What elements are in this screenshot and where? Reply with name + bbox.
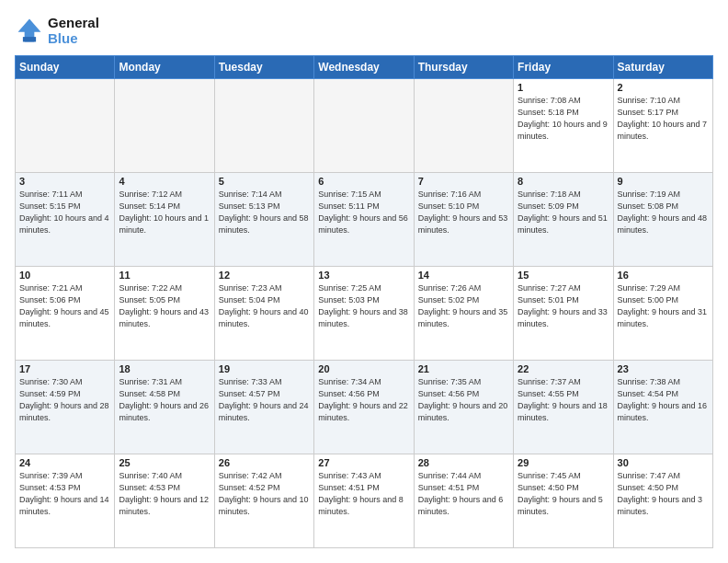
calendar-cell: 29Sunrise: 7:45 AM Sunset: 4:50 PM Dayli… bbox=[514, 454, 613, 548]
calendar-cell: 25Sunrise: 7:40 AM Sunset: 4:53 PM Dayli… bbox=[115, 454, 214, 548]
calendar-cell bbox=[214, 79, 313, 173]
day-number: 9 bbox=[618, 176, 709, 187]
calendar-header-row: SundayMondayTuesdayWednesdayThursdayFrid… bbox=[16, 56, 713, 79]
day-number: 1 bbox=[518, 82, 609, 93]
day-number: 19 bbox=[219, 363, 310, 374]
day-info: Sunrise: 7:29 AM Sunset: 5:00 PM Dayligh… bbox=[618, 282, 709, 330]
calendar-cell bbox=[414, 79, 513, 173]
day-info: Sunrise: 7:38 AM Sunset: 4:54 PM Dayligh… bbox=[618, 376, 709, 424]
weekday-header: Friday bbox=[514, 56, 613, 79]
logo-icon bbox=[15, 16, 44, 45]
calendar-cell: 10Sunrise: 7:21 AM Sunset: 5:06 PM Dayli… bbox=[16, 267, 115, 361]
calendar-week-row: 1Sunrise: 7:08 AM Sunset: 5:18 PM Daylig… bbox=[16, 79, 713, 173]
day-number: 27 bbox=[318, 457, 409, 468]
calendar-cell: 3Sunrise: 7:11 AM Sunset: 5:15 PM Daylig… bbox=[16, 173, 115, 267]
calendar-cell: 23Sunrise: 7:38 AM Sunset: 4:54 PM Dayli… bbox=[613, 361, 712, 454]
weekday-header: Wednesday bbox=[314, 56, 414, 79]
day-info: Sunrise: 7:25 AM Sunset: 5:03 PM Dayligh… bbox=[318, 282, 409, 330]
calendar-cell bbox=[16, 79, 115, 173]
day-info: Sunrise: 7:21 AM Sunset: 5:06 PM Dayligh… bbox=[19, 282, 110, 330]
day-info: Sunrise: 7:45 AM Sunset: 4:50 PM Dayligh… bbox=[518, 470, 609, 518]
day-info: Sunrise: 7:11 AM Sunset: 5:15 PM Dayligh… bbox=[19, 189, 110, 236]
day-number: 3 bbox=[19, 176, 110, 187]
calendar-cell: 28Sunrise: 7:44 AM Sunset: 4:51 PM Dayli… bbox=[414, 454, 513, 548]
calendar-cell: 26Sunrise: 7:42 AM Sunset: 4:52 PM Dayli… bbox=[214, 454, 313, 548]
svg-rect-1 bbox=[23, 37, 36, 41]
day-number: 23 bbox=[618, 363, 709, 374]
day-number: 29 bbox=[518, 457, 609, 468]
day-number: 6 bbox=[318, 176, 409, 187]
weekday-header: Sunday bbox=[16, 56, 115, 79]
day-info: Sunrise: 7:16 AM Sunset: 5:10 PM Dayligh… bbox=[418, 189, 509, 236]
logo: General Blue bbox=[15, 15, 99, 46]
calendar-cell: 20Sunrise: 7:34 AM Sunset: 4:56 PM Dayli… bbox=[314, 361, 414, 454]
day-number: 24 bbox=[19, 457, 110, 468]
calendar-cell: 21Sunrise: 7:35 AM Sunset: 4:56 PM Dayli… bbox=[414, 361, 513, 454]
day-number: 13 bbox=[318, 270, 409, 281]
day-info: Sunrise: 7:34 AM Sunset: 4:56 PM Dayligh… bbox=[318, 376, 409, 424]
day-info: Sunrise: 7:15 AM Sunset: 5:11 PM Dayligh… bbox=[318, 189, 409, 236]
day-number: 8 bbox=[518, 176, 609, 187]
day-info: Sunrise: 7:26 AM Sunset: 5:02 PM Dayligh… bbox=[418, 282, 509, 330]
calendar-week-row: 10Sunrise: 7:21 AM Sunset: 5:06 PM Dayli… bbox=[16, 267, 713, 361]
calendar-cell: 15Sunrise: 7:27 AM Sunset: 5:01 PM Dayli… bbox=[514, 267, 613, 361]
calendar-cell: 2Sunrise: 7:10 AM Sunset: 5:17 PM Daylig… bbox=[613, 79, 712, 173]
day-number: 12 bbox=[219, 270, 310, 281]
calendar-cell: 24Sunrise: 7:39 AM Sunset: 4:53 PM Dayli… bbox=[16, 454, 115, 548]
day-info: Sunrise: 7:43 AM Sunset: 4:51 PM Dayligh… bbox=[318, 470, 409, 518]
logo-text: General Blue bbox=[48, 15, 99, 46]
day-info: Sunrise: 7:27 AM Sunset: 5:01 PM Dayligh… bbox=[518, 282, 609, 330]
calendar-cell: 22Sunrise: 7:37 AM Sunset: 4:55 PM Dayli… bbox=[514, 361, 613, 454]
day-number: 10 bbox=[19, 270, 110, 281]
calendar-cell bbox=[115, 79, 214, 173]
day-number: 17 bbox=[19, 363, 110, 374]
day-info: Sunrise: 7:31 AM Sunset: 4:58 PM Dayligh… bbox=[119, 376, 210, 424]
calendar-cell: 7Sunrise: 7:16 AM Sunset: 5:10 PM Daylig… bbox=[414, 173, 513, 267]
day-info: Sunrise: 7:12 AM Sunset: 5:14 PM Dayligh… bbox=[119, 189, 210, 236]
page: General Blue SundayMondayTuesdayWednesda… bbox=[0, 0, 728, 563]
calendar-cell: 12Sunrise: 7:23 AM Sunset: 5:04 PM Dayli… bbox=[214, 267, 313, 361]
day-number: 30 bbox=[618, 457, 709, 468]
calendar-cell: 6Sunrise: 7:15 AM Sunset: 5:11 PM Daylig… bbox=[314, 173, 414, 267]
day-info: Sunrise: 7:08 AM Sunset: 5:18 PM Dayligh… bbox=[518, 95, 609, 143]
calendar-cell: 11Sunrise: 7:22 AM Sunset: 5:05 PM Dayli… bbox=[115, 267, 214, 361]
calendar-week-row: 3Sunrise: 7:11 AM Sunset: 5:15 PM Daylig… bbox=[16, 173, 713, 267]
day-info: Sunrise: 7:35 AM Sunset: 4:56 PM Dayligh… bbox=[418, 376, 509, 424]
day-number: 2 bbox=[618, 82, 709, 93]
calendar-cell: 18Sunrise: 7:31 AM Sunset: 4:58 PM Dayli… bbox=[115, 361, 214, 454]
day-info: Sunrise: 7:47 AM Sunset: 4:50 PM Dayligh… bbox=[618, 470, 709, 518]
day-number: 25 bbox=[119, 457, 210, 468]
day-number: 26 bbox=[219, 457, 310, 468]
weekday-header: Saturday bbox=[613, 56, 712, 79]
day-info: Sunrise: 7:14 AM Sunset: 5:13 PM Dayligh… bbox=[219, 189, 310, 236]
day-info: Sunrise: 7:22 AM Sunset: 5:05 PM Dayligh… bbox=[119, 282, 210, 330]
day-info: Sunrise: 7:40 AM Sunset: 4:53 PM Dayligh… bbox=[119, 470, 210, 518]
calendar-week-row: 17Sunrise: 7:30 AM Sunset: 4:59 PM Dayli… bbox=[16, 361, 713, 454]
day-info: Sunrise: 7:33 AM Sunset: 4:57 PM Dayligh… bbox=[219, 376, 310, 424]
day-info: Sunrise: 7:10 AM Sunset: 5:17 PM Dayligh… bbox=[618, 95, 709, 143]
day-info: Sunrise: 7:39 AM Sunset: 4:53 PM Dayligh… bbox=[19, 470, 110, 518]
calendar-cell: 4Sunrise: 7:12 AM Sunset: 5:14 PM Daylig… bbox=[115, 173, 214, 267]
weekday-header: Thursday bbox=[414, 56, 513, 79]
calendar-cell: 27Sunrise: 7:43 AM Sunset: 4:51 PM Dayli… bbox=[314, 454, 414, 548]
day-number: 20 bbox=[318, 363, 409, 374]
day-info: Sunrise: 7:30 AM Sunset: 4:59 PM Dayligh… bbox=[19, 376, 110, 424]
calendar-cell: 1Sunrise: 7:08 AM Sunset: 5:18 PM Daylig… bbox=[514, 79, 613, 173]
calendar-cell: 30Sunrise: 7:47 AM Sunset: 4:50 PM Dayli… bbox=[613, 454, 712, 548]
day-info: Sunrise: 7:37 AM Sunset: 4:55 PM Dayligh… bbox=[518, 376, 609, 424]
day-info: Sunrise: 7:23 AM Sunset: 5:04 PM Dayligh… bbox=[219, 282, 310, 330]
weekday-header: Tuesday bbox=[214, 56, 313, 79]
day-info: Sunrise: 7:18 AM Sunset: 5:09 PM Dayligh… bbox=[518, 189, 609, 236]
calendar-cell: 8Sunrise: 7:18 AM Sunset: 5:09 PM Daylig… bbox=[514, 173, 613, 267]
day-number: 14 bbox=[418, 270, 509, 281]
calendar-cell: 13Sunrise: 7:25 AM Sunset: 5:03 PM Dayli… bbox=[314, 267, 414, 361]
day-number: 21 bbox=[418, 363, 509, 374]
calendar-cell: 5Sunrise: 7:14 AM Sunset: 5:13 PM Daylig… bbox=[214, 173, 313, 267]
day-number: 5 bbox=[219, 176, 310, 187]
day-info: Sunrise: 7:44 AM Sunset: 4:51 PM Dayligh… bbox=[418, 470, 509, 518]
day-number: 28 bbox=[418, 457, 509, 468]
calendar-cell bbox=[314, 79, 414, 173]
calendar-cell: 19Sunrise: 7:33 AM Sunset: 4:57 PM Dayli… bbox=[214, 361, 313, 454]
calendar-cell: 16Sunrise: 7:29 AM Sunset: 5:00 PM Dayli… bbox=[613, 267, 712, 361]
day-info: Sunrise: 7:19 AM Sunset: 5:08 PM Dayligh… bbox=[618, 189, 709, 236]
